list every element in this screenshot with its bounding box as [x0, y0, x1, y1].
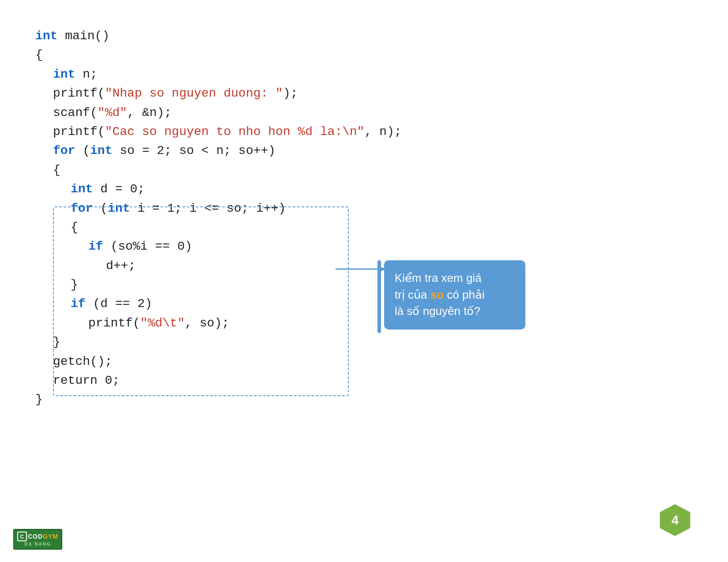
page-number-badge: 4 — [657, 502, 693, 538]
tooltip-text-line3: là số nguyên tố? — [395, 304, 480, 318]
code-line-7: for (int so = 2; so < n; so++) — [35, 141, 402, 160]
keyword-if-2: if — [71, 297, 86, 311]
code-line-19: return 0; — [35, 371, 402, 390]
logo-text: CODGYM — [28, 532, 58, 540]
code-line-1: int main() — [35, 26, 402, 45]
code-line-12: if (so%i == 0) — [35, 237, 402, 256]
code-line-13: d++; — [35, 256, 402, 275]
string-2: "%d" — [98, 106, 127, 120]
keyword-if-1: if — [88, 240, 103, 253]
keyword-int-4: int — [71, 182, 93, 196]
code-line-8: { — [35, 161, 402, 180]
keyword-for-2: for — [71, 202, 93, 215]
code-line-3: int n; — [35, 65, 402, 84]
code-line-11: { — [35, 218, 402, 237]
page-number: 4 — [671, 513, 679, 527]
code-line-2: { — [35, 45, 402, 64]
keyword-int-1: int — [35, 29, 57, 43]
tooltip-annotation: Kiểm tra xem giá trị của so có phải là s… — [384, 260, 525, 330]
code-line-18: getch(); — [35, 352, 402, 371]
code-line-15: if (d == 2) — [35, 294, 402, 313]
logo-icon: C — [17, 532, 27, 541]
code-block: int main() { int n; printf("Nhap so nguy… — [35, 26, 402, 409]
code-line-16: printf("%d\t", so); — [35, 314, 402, 333]
code-line-17: } — [35, 333, 402, 352]
keyword-int-5: int — [108, 202, 130, 215]
tooltip-text-line2-post: có phải — [444, 288, 485, 301]
tooltip-text-line2-pre: trị của — [395, 288, 430, 301]
code-line-6: printf("Cac so nguyen to nho hon %d la:\… — [35, 122, 402, 141]
tooltip-highlight-so: so — [430, 288, 444, 301]
code-line-5: scanf("%d", &n); — [35, 103, 402, 122]
vertical-accent-bar — [377, 260, 381, 333]
code-line-20: } — [35, 390, 402, 409]
code-line-14: } — [35, 275, 402, 294]
svg-text:C: C — [20, 534, 24, 540]
code-line-9: int d = 0; — [35, 180, 402, 199]
string-4: "%d\t" — [140, 316, 185, 330]
string-1: "Nhap so nguyen duong: " — [105, 86, 283, 100]
keyword-for-1: for — [53, 144, 75, 157]
logo-box: C CODGYM DA NANG — [13, 529, 62, 550]
logo-subtext: DA NANG — [17, 541, 58, 547]
logo: C CODGYM DA NANG — [13, 529, 62, 550]
code-line-4: printf("Nhap so nguyen duong: "); — [35, 84, 402, 103]
tooltip-text-line1: Kiểm tra xem giá — [395, 271, 482, 285]
keyword-int-3: int — [90, 144, 112, 157]
code-line-10: for (int i = 1; i <= so; i++) — [35, 199, 402, 218]
string-3: "Cac so nguyen to nho hon %d la:\n" — [105, 125, 365, 139]
keyword-int-2: int — [53, 67, 75, 81]
